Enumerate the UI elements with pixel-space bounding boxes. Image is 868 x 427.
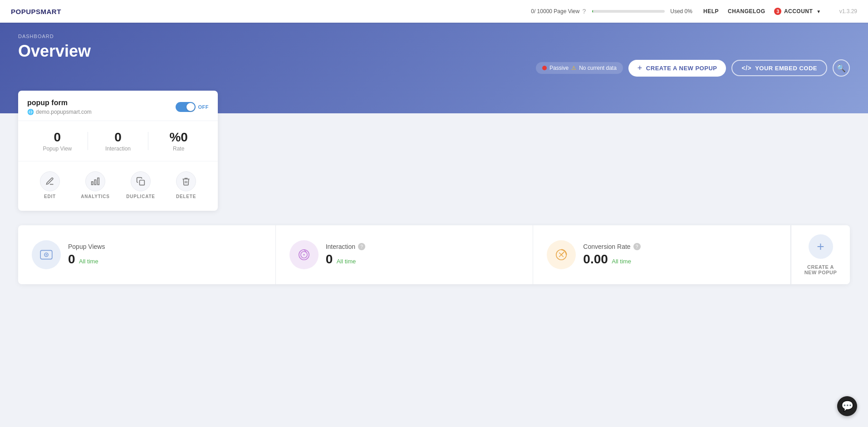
delete-button[interactable]: DELETE <box>163 169 209 202</box>
popup-card-actions: EDIT ANALYTICS DUPLICATE <box>18 161 218 211</box>
search-icon: 🔍 <box>837 64 846 73</box>
stats-panel: Popup Views 0 All time Inter <box>18 225 850 284</box>
create-new-popup-card[interactable]: + CREATE A NEW POPUP <box>791 225 850 284</box>
status-warning-text: No current data <box>579 65 617 71</box>
toggle-label: OFF <box>198 104 209 110</box>
edit-icon <box>40 171 60 191</box>
svg-rect-3 <box>140 180 145 185</box>
page-view-progress-bar <box>592 10 665 13</box>
delete-icon <box>176 171 196 191</box>
popup-views-label: Popup View <box>27 146 88 152</box>
popup-views-icon-wrap <box>32 240 61 269</box>
search-button[interactable]: 🔍 <box>833 59 850 77</box>
page-view-bar-fill <box>592 10 593 13</box>
analytics-icon <box>85 171 105 191</box>
create-new-popup-label: CREATE A NEW POPUP <box>800 264 841 275</box>
interaction-timespan: All time <box>337 258 356 265</box>
status-badge: Passive ⚠ No current data <box>536 62 623 74</box>
hero-actions: Passive ⚠ No current data + CREATE A NEW… <box>536 59 850 77</box>
help-link[interactable]: HELP <box>703 8 719 15</box>
conversion-rate-stats-value: 0.00 <box>583 252 608 266</box>
page-title: Overview <box>18 42 850 61</box>
interaction-stats-value-row: 0 All time <box>326 252 365 267</box>
create-popup-label: CREATE A NEW POPUP <box>646 65 717 72</box>
chat-support-button[interactable]: 💬 <box>837 396 857 416</box>
status-warning-icon: ⚠ <box>571 65 576 71</box>
popup-stat-interaction: 0 Interaction <box>88 130 148 152</box>
page-view-used-label: Used 0% <box>670 8 692 15</box>
chat-icon: 💬 <box>841 400 853 412</box>
conversion-rate-icon-wrap <box>547 240 576 269</box>
popup-interaction-label: Interaction <box>88 146 148 152</box>
popup-toggle[interactable] <box>176 102 196 112</box>
svg-rect-0 <box>98 178 99 185</box>
duplicate-label: DUPLICATE <box>126 194 155 199</box>
conversion-rate-help-icon[interactable]: ? <box>633 243 641 250</box>
topnav-links: HELP CHANGELOG 3 ACCOUNT ▼ v1.3.29 <box>703 8 857 15</box>
conversion-rate-stats-text: Conversion Rate ? 0.00 All time <box>583 243 640 267</box>
popup-card-stats: 0 Popup View 0 Interaction %0 Rate <box>18 121 218 161</box>
duplicate-icon <box>131 171 151 191</box>
create-new-popup-button[interactable]: + CREATE A NEW POPUP <box>628 60 726 77</box>
breadcrumb: DASHBOARD <box>18 34 850 39</box>
svg-rect-2 <box>92 182 93 185</box>
changelog-link[interactable]: CHANGELOG <box>728 8 765 15</box>
interaction-stats-name: Interaction ? <box>326 243 365 250</box>
popup-interaction-value: 0 <box>88 130 148 145</box>
conversion-rate-stats-value-row: 0.00 All time <box>583 252 640 267</box>
stats-popup-views: Popup Views 0 All time <box>18 225 276 284</box>
popup-stat-rate: %0 Rate <box>148 130 209 152</box>
popup-rate-label: Rate <box>148 146 209 152</box>
svg-point-6 <box>45 254 47 255</box>
plus-icon: + <box>638 63 642 73</box>
popup-card-header: popup form 🌐 demo.popupsmart.com OFF <box>18 91 218 121</box>
interaction-icon-wrap <box>289 240 319 269</box>
status-passive-label: Passive <box>549 65 569 71</box>
popup-form-card: popup form 🌐 demo.popupsmart.com OFF 0 P… <box>18 91 218 211</box>
analytics-label: ANALYTICS <box>81 194 110 199</box>
popup-views-value: 0 <box>27 130 88 145</box>
edit-label: EDIT <box>44 194 56 199</box>
popup-views-stats-value-row: 0 All time <box>68 252 105 267</box>
popup-stat-views: 0 Popup View <box>27 130 88 152</box>
popup-views-timespan: All time <box>79 258 98 265</box>
delete-label: DELETE <box>176 194 196 199</box>
create-plus-icon: + <box>809 234 833 259</box>
duplicate-button[interactable]: DUPLICATE <box>118 169 163 202</box>
analytics-button[interactable]: ANALYTICS <box>73 169 118 202</box>
stats-conversion-rate: Conversion Rate ? 0.00 All time <box>533 225 791 284</box>
toggle-knob <box>186 103 195 111</box>
popup-card-domain: 🌐 demo.popupsmart.com <box>27 109 92 115</box>
page-view-label: 0/ 10000 Page View <box>531 8 579 15</box>
account-link[interactable]: 3 ACCOUNT ▼ <box>774 8 821 15</box>
code-icon: </> <box>741 64 751 72</box>
app-version: v1.3.29 <box>839 8 857 15</box>
popup-card-domain-text: demo.popupsmart.com <box>36 109 92 115</box>
popup-views-stats-text: Popup Views 0 All time <box>68 243 105 267</box>
page-view-help-icon[interactable]: ? <box>582 8 586 15</box>
interaction-stats-text: Interaction ? 0 All time <box>326 243 365 267</box>
embed-code-button[interactable]: </> YOUR EMBED CODE <box>731 60 827 76</box>
main-content: popup form 🌐 demo.popupsmart.com OFF 0 P… <box>0 91 868 302</box>
page-view-section: 0/ 10000 Page View ? Used 0% <box>531 8 692 15</box>
popup-rate-value: %0 <box>148 130 209 145</box>
svg-point-9 <box>303 254 304 255</box>
svg-rect-1 <box>94 180 96 185</box>
status-dot-icon <box>542 66 547 70</box>
interaction-help-icon[interactable]: ? <box>358 243 365 250</box>
stats-interaction: Interaction ? 0 All time <box>276 225 534 284</box>
edit-button[interactable]: EDIT <box>27 169 73 202</box>
popup-views-stats-value: 0 <box>68 252 75 266</box>
popup-views-stats-name: Popup Views <box>68 243 105 250</box>
account-notification-badge: 3 <box>774 8 781 15</box>
interaction-stats-value: 0 <box>326 252 333 266</box>
popup-card-title-wrap: popup form 🌐 demo.popupsmart.com <box>27 99 92 115</box>
popup-card-title: popup form <box>27 99 92 107</box>
app-logo: POPUPSMART <box>11 8 61 15</box>
conversion-rate-timespan: All time <box>612 258 631 265</box>
popup-toggle-wrap: OFF <box>176 102 209 112</box>
globe-icon: 🌐 <box>27 109 34 115</box>
conversion-rate-stats-name: Conversion Rate ? <box>583 243 640 250</box>
embed-code-label: YOUR EMBED CODE <box>755 65 817 72</box>
top-navigation: POPUPSMART 0/ 10000 Page View ? Used 0% … <box>0 0 868 23</box>
